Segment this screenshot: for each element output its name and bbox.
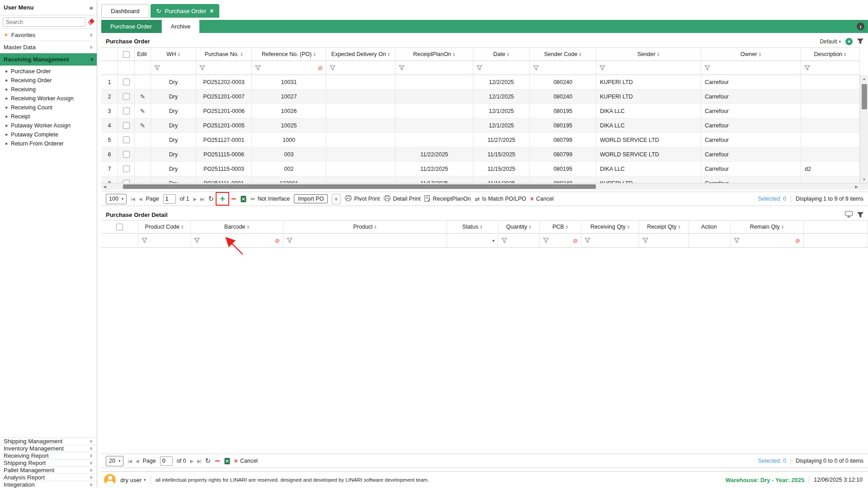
table-row[interactable]: 1DryPO251202-00031003112/2/2025080240KUP… [101, 75, 860, 89]
sidebar-section-shipping-management[interactable]: Shipping Management» [0, 437, 97, 445]
row-checkbox[interactable] [123, 108, 130, 114]
last-page-button[interactable]: ▶| [197, 459, 201, 464]
is-match-po-lpo-button[interactable]: ⇄ Is Match PO/LPO [475, 196, 526, 202]
scroll-left-icon[interactable]: ◀ [101, 183, 108, 190]
sidebar-item-putaway-complete[interactable]: ★Putaway Complete [0, 130, 97, 139]
col-quantity-header[interactable]: Quantity▲▼ [498, 221, 540, 233]
excel-export-button[interactable] [224, 458, 230, 465]
row-checkbox[interactable] [123, 122, 130, 129]
sidebar-section-receiving-management[interactable]: Receiving Management » [0, 53, 97, 66]
sidebar-section-analysis-report[interactable]: Analysis Report» [0, 474, 97, 481]
sidebar-section-pallet-management[interactable]: Pallet Management» [0, 466, 97, 474]
col-expected_delivery-header[interactable]: Expected Delivery On▲▼ [326, 48, 396, 61]
first-page-button[interactable]: |◀ [127, 459, 131, 464]
filter-icon[interactable] [857, 212, 863, 218]
col-purchase_no-header[interactable]: Purchase No.▲▼ [196, 48, 252, 61]
prev-page-button[interactable]: ◀ [139, 197, 142, 202]
sidebar-section-favorites[interactable]: ★ Favorites » [0, 29, 97, 41]
funnel-icon[interactable] [330, 65, 335, 70]
remove-row-button[interactable]: − [215, 456, 220, 465]
search-input[interactable] [3, 17, 85, 27]
excel-export-button[interactable] [241, 196, 246, 202]
filter-status[interactable]: ▾ [447, 234, 498, 247]
clear-search-icon[interactable] [88, 19, 95, 26]
prev-page-button[interactable]: ◀ [136, 459, 139, 464]
filter-sender_code[interactable] [530, 61, 596, 75]
subtab-archive[interactable]: Archive [162, 20, 199, 33]
monitor-icon[interactable] [845, 211, 853, 219]
col-product_code-header[interactable]: Product Code▲▼ [138, 221, 191, 233]
funnel-icon[interactable] [287, 238, 292, 243]
filter-barcode[interactable]: ⊘ [191, 234, 283, 247]
view-selector[interactable]: Default ▾ [820, 38, 841, 45]
cancel-button[interactable]: × Cancel [234, 457, 258, 465]
tab-purchase-order[interactable]: ↻ Purchase Order × [151, 4, 220, 18]
sidebar-item-return-from-orderer[interactable]: ★Return From Orderer [0, 139, 97, 148]
scroll-down-icon[interactable]: ▼ [860, 176, 868, 183]
table-row[interactable]: 2✎DryPO251201-00071002712/1/2025080240KU… [101, 89, 860, 104]
sidebar-item-receiving-worker-assign[interactable]: ★Receiving Worker Assign [0, 94, 97, 103]
filter-dropdown-icon[interactable]: ▾ [492, 238, 495, 243]
table-row[interactable]: 3✎DryPO251201-00061002612/1/2025080195DI… [101, 104, 860, 118]
filter-icon[interactable] [857, 38, 863, 44]
last-page-button[interactable]: ▶| [200, 197, 204, 202]
col-pcb-header[interactable]: PCB▲▼ [540, 221, 581, 233]
row-checkbox[interactable] [123, 165, 130, 172]
funnel-icon[interactable] [533, 65, 539, 70]
funnel-icon[interactable] [194, 238, 200, 243]
page-input[interactable] [160, 456, 173, 466]
scroll-right-icon[interactable]: ▶ [853, 183, 860, 190]
sidebar-item-receipt[interactable]: ★Receipt [0, 112, 97, 121]
not-interface-button[interactable]: ✂ Not Interface [250, 196, 290, 202]
sidebar-section-master-data[interactable]: Master Data » [0, 41, 97, 53]
filter-quantity[interactable] [498, 234, 540, 247]
select-all-checkbox[interactable] [123, 51, 130, 58]
select-all-checkbox[interactable] [116, 224, 123, 230]
first-page-button[interactable]: |◀ [131, 197, 134, 202]
funnel-icon[interactable] [399, 65, 405, 70]
sidebar-item-putaway-worker-assign[interactable]: ★Putaway Worker Assign [0, 121, 97, 130]
next-page-button[interactable]: ▶ [193, 197, 196, 202]
filter-pcb[interactable]: ⊘ [540, 234, 581, 247]
col-description-header[interactable]: Description▲▼ [801, 48, 860, 61]
row-checkbox[interactable] [123, 93, 130, 100]
funnel-icon[interactable] [642, 238, 648, 243]
sidebar-item-purchase-order[interactable]: ★Purchase Order [0, 67, 97, 76]
pivot-print-button[interactable]: Pivot Print [345, 195, 380, 202]
filter-product[interactable] [283, 234, 447, 247]
funnel-icon[interactable] [142, 238, 147, 243]
row-checkbox[interactable] [123, 151, 130, 158]
table-row[interactable]: 4✎DryPO251201-00051002512/1/2025080195DI… [101, 118, 860, 133]
row-checkbox[interactable] [123, 136, 130, 143]
col-receipt_plan_on-header[interactable]: ReceiptPlanOn▲▼ [396, 48, 473, 61]
col-remain_qty-header[interactable]: Remain Qty▲▼ [731, 221, 804, 233]
cancel-button[interactable]: × Cancel [530, 195, 554, 202]
remove-row-button[interactable]: − [231, 194, 236, 203]
refresh-button[interactable]: ↻ [208, 195, 214, 203]
filter-expected_delivery[interactable] [326, 61, 396, 75]
col-receipt_qty-header[interactable]: Receipt Qty▲▼ [639, 221, 689, 233]
horizontal-scrollbar[interactable]: ◀ ▶ [101, 183, 868, 190]
scrollbar-thumb[interactable] [123, 184, 596, 189]
import-po-button[interactable]: Import PO [294, 194, 328, 203]
vertical-scrollbar[interactable]: ▲ ▼ [860, 75, 868, 183]
funnel-icon[interactable] [804, 65, 810, 70]
table-row[interactable]: 5DryPO251127-0001100011/27/2025080799WOR… [101, 133, 860, 147]
edit-icon[interactable]: ✎ [140, 93, 146, 100]
filter-receipt_qty[interactable] [639, 234, 689, 247]
refresh-button[interactable]: ↻ [205, 457, 211, 465]
col-wh-header[interactable]: WH▲▼ [151, 48, 196, 61]
filter-owner[interactable] [701, 61, 801, 75]
edit-icon[interactable]: ✎ [140, 108, 146, 115]
sidebar-item-receiving-order[interactable]: ★Receiving Order [0, 76, 97, 85]
funnel-icon[interactable] [585, 238, 590, 243]
close-icon[interactable]: × [210, 7, 213, 14]
filter-purchase_no[interactable] [196, 61, 252, 75]
tab-dashboard[interactable]: Dashboard [101, 4, 149, 18]
funnel-icon[interactable] [543, 238, 549, 243]
sidebar-item-receiving[interactable]: ★Receiving [0, 85, 97, 94]
page-input[interactable] [163, 194, 176, 204]
add-view-icon[interactable]: + [845, 38, 853, 45]
funnel-icon[interactable] [476, 65, 482, 70]
edit-icon[interactable]: ✎ [140, 122, 146, 129]
